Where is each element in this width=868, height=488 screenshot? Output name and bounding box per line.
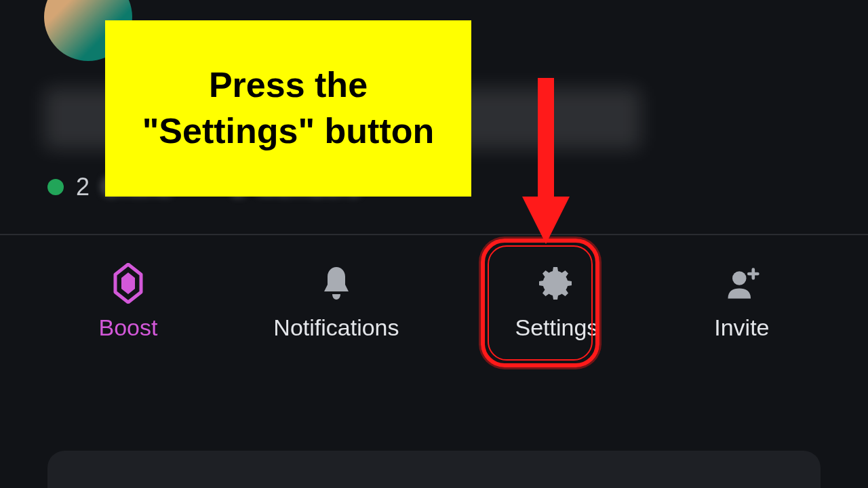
section-divider [0, 234, 868, 235]
svg-marker-2 [522, 197, 570, 244]
callout-line1: Press the [209, 65, 368, 104]
callout-line2: "Settings" button [142, 111, 435, 150]
server-actions-row: Boost Notifications Settings Invite [0, 251, 868, 354]
gear-icon [538, 264, 576, 302]
boost-label: Boost [98, 314, 157, 341]
online-count: 2 [76, 173, 90, 201]
boost-icon [109, 264, 147, 302]
invite-label: Invite [714, 314, 769, 341]
boost-button[interactable]: Boost [85, 251, 171, 354]
person-plus-icon [723, 264, 761, 302]
online-status-dot [47, 179, 64, 195]
notifications-label: Notifications [273, 314, 399, 341]
bell-icon [317, 264, 355, 302]
settings-button[interactable]: Settings [501, 251, 612, 354]
settings-highlight-annotation [481, 239, 599, 367]
settings-label: Settings [515, 314, 598, 341]
notifications-button[interactable]: Notifications [260, 251, 412, 354]
instruction-callout: Press the "Settings" button [105, 20, 471, 197]
invite-button[interactable]: Invite [701, 251, 783, 354]
svg-point-0 [732, 271, 747, 285]
content-card [47, 451, 821, 488]
